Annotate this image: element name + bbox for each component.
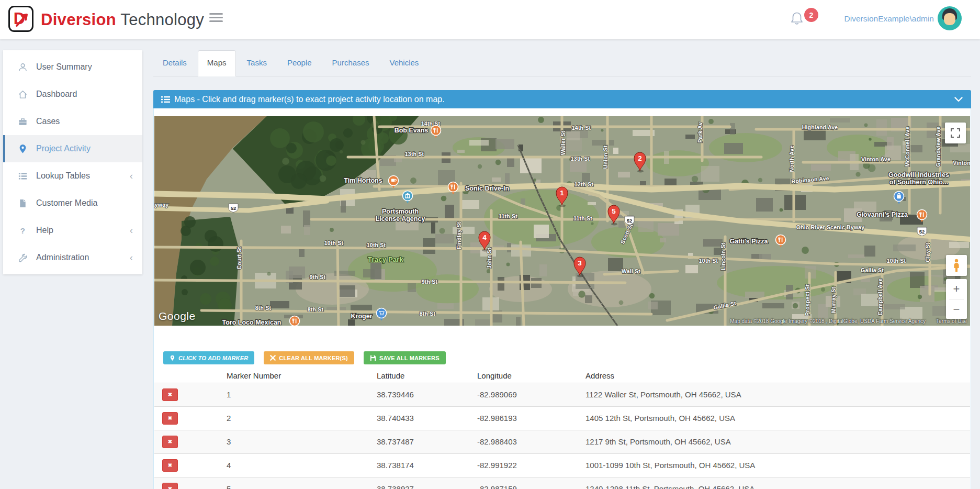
zoom-in-button[interactable]: + <box>946 279 967 299</box>
street-label: Lincoln St <box>720 242 726 270</box>
table-row: ✖338.737487-82.9884031217 9th St, Portsm… <box>154 430 970 453</box>
column-header: Address <box>585 369 970 383</box>
logo-arrow-icon <box>10 7 35 34</box>
cell-latitude: 38.738927 <box>377 477 477 489</box>
cell-latitude: 38.739446 <box>377 383 477 406</box>
cell-longitude: -82.986193 <box>477 406 585 430</box>
cell-address: 1217 9th St, Portsmouth, OH 45662, USA <box>585 430 970 453</box>
zoom-out-button[interactable]: − <box>946 299 967 319</box>
add-marker-button[interactable]: CLICK TO ADD MARKER <box>163 351 254 364</box>
street-label: Clay St <box>925 242 931 262</box>
route-52-shield: 52 <box>229 204 238 213</box>
sidebar-item-user-summary[interactable]: User Summary <box>3 53 142 81</box>
street-label: Union St <box>602 145 609 169</box>
current-user-link[interactable]: DiversionExample\admin <box>844 14 934 24</box>
street-label: 10th St <box>324 240 344 246</box>
cell-address: 1240-1298 11th St, Portsmouth, OH 45662,… <box>585 477 970 489</box>
street-label: Vinton Ave <box>861 156 891 162</box>
delete-column-header <box>154 369 227 383</box>
street-label: Park Av <box>697 122 703 143</box>
cell-longitude: -82.988403 <box>477 430 585 453</box>
street-label: 10th St <box>699 258 718 264</box>
sidebar-item-lookup-tables[interactable]: Lookup Tables‹ <box>3 162 142 190</box>
street-label: Findlay St <box>456 222 462 249</box>
poi-label: License Agency <box>376 215 425 223</box>
column-header: Longitude <box>477 369 585 383</box>
svg-text:3: 3 <box>578 259 582 267</box>
sidebar-item-project-activity[interactable]: Project Activity <box>3 135 142 162</box>
tab-details[interactable]: Details <box>153 50 196 76</box>
tab-purchases[interactable]: Purchases <box>323 50 379 76</box>
home-icon <box>18 90 29 99</box>
save-markers-button[interactable]: SAVE ALL MARKERS <box>364 351 446 364</box>
poi-label: of Southern Ohio... <box>889 179 949 186</box>
street-label: Grandview Ave <box>935 126 941 167</box>
attribution-text: Map data ©2018 Google Imagery ©2018 , Di… <box>730 318 926 324</box>
google-map[interactable]: 14th St14th St13th St13th St12th St11th … <box>154 116 970 326</box>
sidebar-item-administration[interactable]: Administration‹ <box>3 244 142 271</box>
cell-address: 1405 12th St, Portsmouth, OH 45662, USA <box>585 406 970 430</box>
street-label: 12th St <box>575 181 594 187</box>
street-label: 8th St <box>255 305 272 311</box>
user-icon <box>18 62 29 72</box>
cell-latitude: 38.737487 <box>377 430 477 453</box>
maps-panel-header: Maps - Click and drag marker(s) to exact… <box>153 90 971 108</box>
street-label: Prospect St <box>804 284 810 316</box>
sidebar-item-help[interactable]: ?Help‹ <box>3 217 142 244</box>
delete-marker-button[interactable]: ✖ <box>162 459 178 472</box>
cell-longitude: -82.987159 <box>477 477 585 489</box>
poi-label: Portsmouth <box>382 208 419 215</box>
delete-marker-button[interactable]: ✖ <box>162 388 178 401</box>
poi-label: Sonic Drive-In <box>465 185 509 192</box>
sidebar-item-label: Help <box>36 226 53 235</box>
top-bar: D Diversion Technology 2 DiversionExampl… <box>0 0 980 39</box>
notifications-bell-icon[interactable] <box>790 11 804 29</box>
delete-marker-button[interactable]: ✖ <box>162 483 178 489</box>
sidebar-item-dashboard[interactable]: Dashboard <box>3 81 142 108</box>
maps-panel: Maps - Click and drag marker(s) to exact… <box>153 90 971 489</box>
street-label: 14th St <box>572 125 591 131</box>
svg-text:52: 52 <box>919 229 925 235</box>
notifications-count-badge[interactable]: 2 <box>804 8 818 22</box>
tab-tasks[interactable]: Tasks <box>238 50 276 76</box>
tab-people[interactable]: People <box>278 50 321 76</box>
sidebar-item-customer-media[interactable]: Customer Media <box>3 190 142 217</box>
column-header: Marker Number <box>227 369 377 383</box>
route-52-shield: 52 <box>625 216 634 225</box>
street-label: Campbell Ave <box>877 278 883 315</box>
sidebar-item-cases[interactable]: Cases <box>3 108 142 135</box>
clear-markers-button[interactable]: CLEAR ALL MARKER(S) <box>264 351 354 364</box>
tab-bar: DetailsMapsTasksPeoplePurchasesVehicles <box>153 50 971 76</box>
street-label: Waller St <box>560 131 566 155</box>
delete-marker-button[interactable]: ✖ <box>162 412 178 425</box>
google-logo[interactable]: Google <box>159 310 196 323</box>
tab-vehicles[interactable]: Vehicles <box>380 50 428 76</box>
maps-panel-title: Maps - Click and drag marker(s) to exact… <box>174 95 445 104</box>
street-view-pegman-button[interactable] <box>946 255 967 276</box>
poi-label: Bob Evans <box>395 127 429 134</box>
map-fullscreen-button[interactable] <box>945 123 966 143</box>
street-label: 8th St <box>420 310 436 317</box>
menu-toggle-icon[interactable] <box>209 13 223 24</box>
logo: D <box>8 6 33 32</box>
sidebar-item-label: Customer Media <box>36 198 97 208</box>
street-label: Ohio River Scenic Byway <box>796 224 865 230</box>
svg-text:2: 2 <box>638 154 642 162</box>
tab-maps[interactable]: Maps <box>198 50 236 76</box>
avatar[interactable] <box>938 6 962 30</box>
maps-panel-body: 14th St14th St13th St13th St12th St11th … <box>153 108 971 489</box>
table-row: ✖438.738174-82.9919221001-1099 10th St, … <box>154 453 970 477</box>
street-label: 13th St <box>571 155 590 162</box>
svg-text:?: ? <box>20 226 25 235</box>
cell-address: 1001-1099 10th St, Portsmouth, OH 45662,… <box>585 453 970 477</box>
cell-marker-number: 3 <box>227 430 377 453</box>
street-label: 9th St <box>422 279 438 285</box>
street-label: 11th St <box>573 215 592 221</box>
cell-address: 1122 Waller St, Portsmouth, OH 45662, US… <box>585 383 970 406</box>
markers-table: Marker NumberLatitudeLongitudeAddress ✖1… <box>154 369 970 489</box>
cell-marker-number: 5 <box>227 477 377 489</box>
delete-marker-button[interactable]: ✖ <box>162 436 178 448</box>
cell-marker-number: 4 <box>227 453 377 477</box>
collapse-chevron-down-icon[interactable] <box>954 96 963 103</box>
street-label: 10th St <box>367 242 386 248</box>
